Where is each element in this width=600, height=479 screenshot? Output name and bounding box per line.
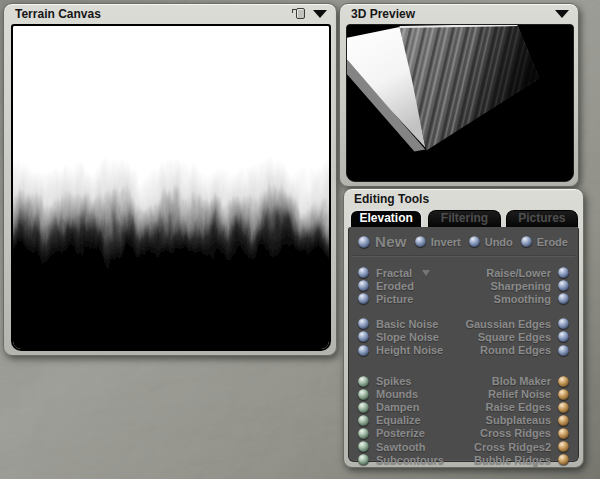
editing-tools-panel: Editing Tools Elevation Filtering Pictur… [343, 188, 584, 468]
dampen-button[interactable] [358, 402, 369, 413]
tool-label: Fractal [376, 267, 412, 279]
tool-group-0: FractalRaise/LowerErodedSharpeningPictur… [358, 266, 569, 305]
mounds-button[interactable] [358, 389, 369, 400]
3d-preview-panel: 3D Preview [339, 3, 579, 187]
fractal-tool[interactable]: Fractal [358, 267, 430, 279]
cross-ridges-button[interactable] [558, 428, 569, 439]
raise-edges-button[interactable] [558, 402, 569, 413]
collapse-arrow-icon[interactable] [555, 10, 569, 18]
tool-row: EqualizeSubplateaus [358, 414, 569, 427]
subplateaus-button[interactable] [558, 415, 569, 426]
tool-label: Raise Edges [486, 401, 551, 413]
picture-tool[interactable]: Picture [358, 293, 413, 305]
terrain-canvas-panel: Terrain Canvas [3, 3, 337, 356]
tool-label: Mounds [376, 388, 418, 400]
square-edges-button[interactable] [558, 331, 569, 342]
tool-row: SawtoothCross Ridges2 [358, 440, 569, 453]
basic-noise-tool[interactable]: Basic Noise [358, 318, 438, 330]
tool-label: Square Edges [478, 331, 551, 343]
tool-label: Cross Ridges2 [474, 441, 551, 453]
equalize-tool[interactable]: Equalize [358, 414, 421, 426]
height-noise-button[interactable] [358, 345, 369, 356]
3d-terrain-render[interactable] [347, 25, 573, 181]
tool-label: Subplateaus [486, 414, 551, 426]
spikes-tool[interactable]: Spikes [358, 375, 411, 387]
subplateaus-tool[interactable]: Subplateaus [486, 414, 569, 426]
gaussian-edges-tool[interactable]: Gaussian Edges [465, 318, 569, 330]
invert-button[interactable]: Invert [415, 236, 461, 248]
subcontours-button[interactable] [358, 454, 369, 465]
raise-lower-tool[interactable]: Raise/Lower [486, 267, 569, 279]
blob-maker-tool[interactable]: Blob Maker [492, 375, 569, 387]
smoothing-button[interactable] [558, 293, 569, 304]
sawtooth-tool[interactable]: Sawtooth [358, 441, 426, 453]
posterize-button[interactable] [358, 428, 369, 439]
sharpening-button[interactable] [558, 280, 569, 291]
tool-label: Dampen [376, 401, 419, 413]
slope-noise-button[interactable] [358, 331, 369, 342]
collapse-arrow-icon[interactable] [313, 10, 327, 18]
blob-maker-button[interactable] [558, 376, 569, 387]
posterize-tool[interactable]: Posterize [358, 427, 425, 439]
fractal-dropdown-icon[interactable] [422, 270, 430, 276]
subcontours-tool[interactable]: Subcontours [358, 454, 444, 466]
sharpening-tool[interactable]: Sharpening [490, 280, 569, 292]
tool-label: Basic Noise [376, 318, 438, 330]
equalize-button[interactable] [358, 415, 369, 426]
tool-label: Eroded [376, 280, 414, 292]
new-button[interactable]: New [358, 233, 407, 250]
relief-noise-button[interactable] [558, 389, 569, 400]
elevation-tab-body: New Invert Undo Erode FractalRaise/Lower… [348, 227, 579, 462]
fractal-button[interactable] [358, 267, 369, 278]
slope-noise-tool[interactable]: Slope Noise [358, 331, 439, 343]
dampen-tool[interactable]: Dampen [358, 401, 419, 413]
tool-group-2: SpikesBlob MakerMoundsRelief NoiseDampen… [358, 375, 569, 467]
round-edges-tool[interactable]: Round Edges [480, 344, 569, 356]
invert-button-sphere-icon[interactable] [415, 236, 426, 247]
tool-row: MoundsRelief Noise [358, 388, 569, 401]
editing-tools-titlebar: Editing Tools [344, 189, 583, 208]
tool-label: Sharpening [490, 280, 551, 292]
tool-row: PosterizeCross Ridges [358, 427, 569, 440]
cross-ridges2-button[interactable] [558, 441, 569, 452]
raise-edges-tool[interactable]: Raise Edges [486, 401, 569, 413]
basic-noise-button[interactable] [358, 318, 369, 329]
mounds-tool[interactable]: Mounds [358, 388, 418, 400]
eroded-button[interactable] [358, 280, 369, 291]
sawtooth-button[interactable] [358, 441, 369, 452]
3d-preview-frame [346, 24, 574, 182]
eroded-tool[interactable]: Eroded [358, 280, 414, 292]
terrain-canvas-titlebar: Terrain Canvas [4, 4, 336, 23]
erode-button[interactable]: Erode [521, 236, 568, 248]
heightmap-image[interactable] [13, 26, 329, 349]
tool-label: Slope Noise [376, 331, 439, 343]
relief-noise-tool[interactable]: Relief Noise [488, 388, 569, 400]
tab-pictures[interactable]: Pictures [506, 210, 578, 227]
spikes-button[interactable] [358, 376, 369, 387]
cross-ridges-tool[interactable]: Cross Ridges [480, 427, 569, 439]
resolution-icon[interactable] [296, 8, 305, 19]
3d-preview-title: 3D Preview [351, 7, 415, 21]
tool-row: Basic NoiseGaussian Edges [358, 317, 569, 330]
round-edges-button[interactable] [558, 345, 569, 356]
square-edges-tool[interactable]: Square Edges [478, 331, 569, 343]
bubble-ridges-tool[interactable]: Bubble Ridges [474, 454, 569, 466]
tool-row: DampenRaise Edges [358, 401, 569, 414]
tab-filtering[interactable]: Filtering [428, 210, 500, 227]
picture-button[interactable] [358, 293, 369, 304]
raise-lower-button[interactable] [558, 267, 569, 278]
tab-elevation[interactable]: Elevation [349, 209, 423, 227]
erode-button-sphere-icon[interactable] [521, 236, 532, 247]
bubble-ridges-button[interactable] [558, 454, 569, 465]
tool-row: Height NoiseRound Edges [358, 343, 569, 356]
new-button-sphere-icon[interactable] [358, 236, 370, 248]
heightmap-frame [11, 24, 331, 351]
tool-button-groups: FractalRaise/LowerErodedSharpeningPictur… [349, 257, 578, 466]
undo-button-sphere-icon[interactable] [469, 236, 480, 247]
undo-button[interactable]: Undo [469, 236, 513, 248]
height-noise-tool[interactable]: Height Noise [358, 344, 443, 356]
cross-ridges2-tool[interactable]: Cross Ridges2 [474, 441, 569, 453]
gaussian-edges-button[interactable] [558, 318, 569, 329]
smoothing-tool[interactable]: Smoothing [494, 293, 569, 305]
tool-label: Posterize [376, 427, 425, 439]
